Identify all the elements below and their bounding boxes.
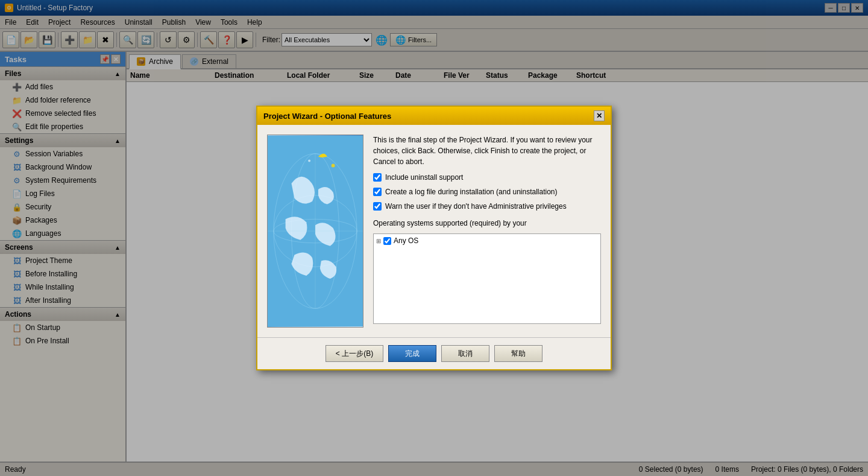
checkbox-adminwarn-label: Warn the user if they don't have Adminis… [385,202,567,211]
modal-title-bar: Project Wizard - Optional Features ✕ [257,107,611,125]
cancel-button[interactable]: 取消 [441,345,489,362]
os-label: Operating systems supported (required) b… [373,219,601,227]
os-checkbox-any[interactable] [383,237,391,245]
finish-button[interactable]: 完成 [388,345,436,362]
modal-title: Project Wizard - Optional Features [263,112,391,121]
modal-content: This is the final step of the Project Wi… [373,135,601,328]
svg-point-6 [308,160,310,162]
checkbox-adminwarn[interactable] [373,202,382,211]
modal-image-panel [267,135,363,328]
checkbox-logfile[interactable] [373,188,382,196]
checkbox-adminwarn-row: Warn the user if they don't have Adminis… [373,202,601,211]
checkbox-logfile-row: Create a log file during installation (a… [373,188,601,196]
modal-close-button[interactable]: ✕ [594,110,605,121]
modal-footer: < 上一步(B) 完成 取消 幫助 [257,337,611,369]
checkbox-logfile-label: Create a log file during installation (a… [385,188,558,196]
modal-body: This is the final step of the Project Wi… [257,125,611,337]
modal-overlay: Project Wizard - Optional Features ✕ [0,0,868,476]
back-button[interactable]: < 上一步(B) [326,345,383,362]
os-label-any: Any OS [394,236,418,245]
modal-description: This is the final step of the Project Wi… [373,135,601,167]
svg-point-5 [332,163,335,167]
help-modal-button[interactable]: 幫助 [494,345,542,362]
os-expander-icon[interactable]: ⊞ [376,238,381,244]
modal-project-wizard: Project Wizard - Optional Features ✕ [256,106,612,370]
checkbox-uninstall-label: Include uninstall support [385,173,463,182]
os-selection-box[interactable]: ⊞ Any OS [373,233,601,324]
os-item-any: ⊞ Any OS [376,236,598,245]
checkbox-uninstall[interactable] [373,173,382,182]
checkbox-uninstall-row: Include uninstall support [373,173,601,182]
